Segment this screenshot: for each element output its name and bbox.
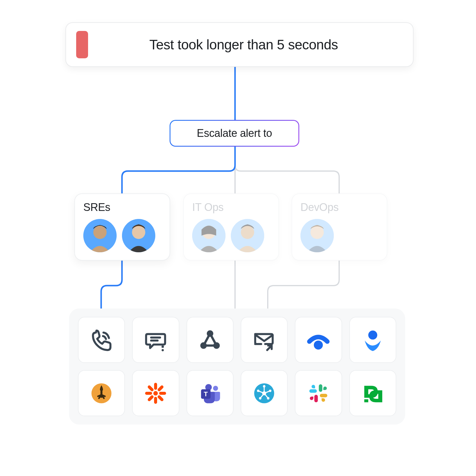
channel-email[interactable] [241,317,288,363]
channel-firehydrant[interactable] [78,370,125,416]
team-card-devops[interactable]: DevOps [292,193,387,261]
zapier-icon [143,381,168,406]
svg-point-17 [207,330,213,337]
firehydrant-icon [89,381,114,406]
channel-opsgenie[interactable] [349,317,396,363]
email-share-icon [252,328,277,353]
svg-rect-54 [364,399,368,402]
svg-point-21 [368,331,377,339]
svg-rect-53 [309,389,317,393]
channel-webhook[interactable] [187,317,234,363]
avatar [300,219,334,252]
channel-pagerduty[interactable] [349,370,396,416]
channel-msteams[interactable]: T [187,370,234,416]
svg-rect-13 [162,349,164,351]
svg-rect-50 [319,384,322,392]
microsoft-teams-icon: T [198,381,223,406]
svg-rect-52 [314,395,318,402]
svg-point-19 [213,342,220,349]
channel-zapier[interactable] [132,370,179,416]
svg-point-7 [241,226,254,239]
channel-statuspage[interactable] [295,317,342,363]
svg-rect-29 [147,394,154,402]
channel-ilert[interactable] [241,370,288,416]
alert-title: Test took longer than 5 seconds [84,37,403,53]
svg-rect-26 [145,392,152,394]
svg-rect-24 [154,383,157,390]
svg-point-20 [314,340,323,349]
svg-rect-28 [157,385,164,392]
escalate-step: Escalate alert to [170,120,299,147]
svg-point-3 [132,226,145,239]
avatar [192,219,226,252]
opsgenie-icon [360,328,385,353]
team-card-sres[interactable]: SREs [74,193,170,261]
svg-point-9 [311,226,324,239]
svg-rect-27 [159,392,166,394]
svg-rect-12 [162,345,164,348]
channel-phone[interactable] [78,317,125,363]
webhook-icon [198,328,223,353]
statuspage-icon [306,328,331,353]
team-label: IT Ops [192,201,270,214]
channel-sms[interactable] [132,317,179,363]
svg-point-34 [213,386,218,391]
phone-call-icon [89,328,114,353]
ilert-icon [252,381,277,406]
escalate-label: Escalate alert to [197,127,272,140]
team-card-itops[interactable]: IT Ops [183,193,279,261]
svg-rect-25 [154,397,157,404]
channel-slack[interactable] [295,370,342,416]
svg-point-18 [200,342,207,349]
team-label: SREs [83,201,161,214]
avatar [231,219,264,252]
team-label: DevOps [300,201,378,214]
channels-panel: T [69,309,405,425]
alert-card: Test took longer than 5 seconds [65,22,414,67]
svg-rect-51 [320,394,328,397]
svg-point-33 [154,391,158,395]
sms-chat-icon [143,328,168,353]
avatar [83,219,117,252]
svg-rect-31 [157,394,164,402]
svg-rect-30 [147,385,154,392]
pagerduty-icon [360,381,385,406]
svg-text:T: T [204,390,208,398]
slack-icon [306,381,331,406]
svg-point-1 [93,226,107,239]
avatar [122,219,155,252]
